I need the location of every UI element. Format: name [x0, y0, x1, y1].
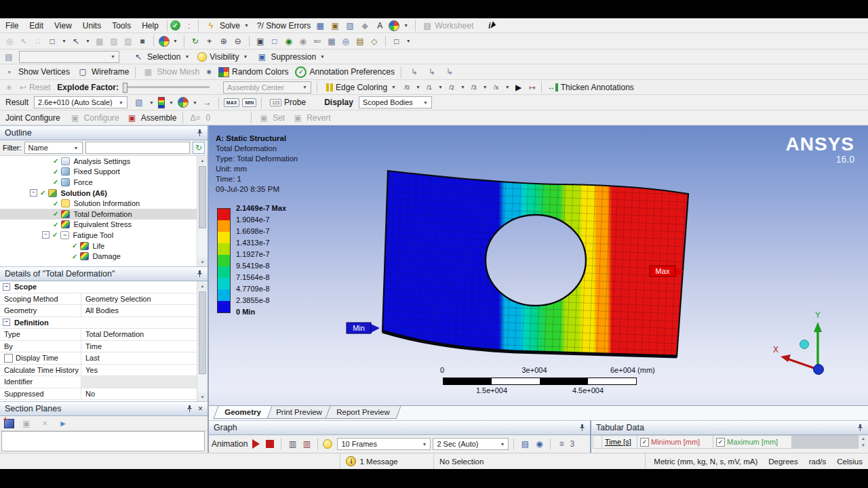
text-annotation-icon[interactable]: A: [374, 20, 386, 31]
scroll-down-icon[interactable]: ▼: [197, 258, 208, 266]
menu-file[interactable]: File: [0, 20, 24, 32]
magnifier-window-icon[interactable]: ◉: [283, 35, 295, 47]
explode-factor-slider[interactable]: [123, 86, 210, 88]
menu-units[interactable]: Units: [77, 20, 106, 32]
edge-direction-3-icon-dropdown[interactable]: ▼: [481, 85, 489, 89]
details-row-scoping-method[interactable]: Scoping MethodGeometry Selection: [0, 293, 197, 306]
tree-item-damage[interactable]: ✓Damage: [0, 251, 197, 262]
section-planes-list[interactable]: [1, 431, 205, 451]
iso-view-icon[interactable]: ISO: [311, 35, 323, 47]
minimum-checkbox[interactable]: ✓: [640, 438, 649, 447]
tree-item-fixed-support[interactable]: ✓Fixed Support: [0, 167, 197, 178]
edge-direction-x-icon-dropdown[interactable]: ▼: [504, 85, 511, 89]
reverse-z-axis-icon[interactable]: ↳: [443, 66, 456, 78]
selection-menu-button[interactable]: ↖ Selection ▼: [129, 49, 194, 64]
outline-scrollbar[interactable]: ▲ ▼: [197, 156, 208, 266]
chevron-down-icon[interactable]: ▼: [183, 54, 191, 59]
image-capture-icon-dropdown[interactable]: ▼: [402, 23, 410, 28]
tab-print-preview[interactable]: Print Preview: [264, 406, 333, 419]
geometry-cube-icon[interactable]: ▧: [133, 97, 145, 108]
contour-sphere-icon[interactable]: [178, 97, 189, 108]
reverse-x-axis-icon[interactable]: ↳: [408, 66, 420, 78]
expander-icon[interactable]: −: [3, 283, 10, 291]
edge-direction-3-icon[interactable]: /3: [468, 81, 480, 93]
details-row-suppressed[interactable]: SuppressedNo: [0, 388, 197, 401]
expander-icon[interactable]: −: [42, 231, 50, 239]
tab-geometry[interactable]: Geometry: [214, 406, 273, 419]
tabular-scroll[interactable]: ▲ ▼: [859, 435, 868, 449]
legend-contours-icon[interactable]: [158, 97, 165, 108]
contour-sphere-icon-dropdown[interactable]: ▼: [191, 100, 199, 105]
annotation-preferences-button[interactable]: ✓ Annotation Preferences: [292, 64, 397, 79]
edge-direction-0-icon[interactable]: /0: [401, 81, 413, 93]
zoom-out-icon[interactable]: ⊖: [232, 35, 244, 47]
viewports-icon-dropdown[interactable]: ▼: [405, 39, 412, 43]
property-value[interactable]: Last: [81, 352, 197, 364]
assemble-button[interactable]: ▣ Assemble: [123, 110, 180, 125]
details-row-display-time[interactable]: Display TimeLast: [0, 352, 197, 365]
named-selection-icon[interactable]: ▣: [329, 20, 341, 31]
pan-icon[interactable]: +: [203, 35, 216, 47]
tree-item-solution-information[interactable]: ✓Solution Information: [0, 198, 197, 209]
details-row-type[interactable]: TypeTotal Deformation: [0, 329, 197, 341]
model-canvas[interactable]: Max Min Y X: [209, 125, 868, 405]
tabular-col-maximum[interactable]: ✓ Maximum [mm]: [713, 435, 792, 449]
measure-edge-icon[interactable]: ↦: [526, 81, 538, 93]
legend-toggle-icon[interactable]: ▤: [354, 35, 366, 47]
export-video-icon[interactable]: ▤: [519, 439, 531, 450]
menu-help[interactable]: Help: [136, 20, 164, 32]
details-row-geometry[interactable]: GeometryAll Bodies: [0, 305, 197, 317]
tabular-col-time[interactable]: Time [s]: [602, 435, 637, 449]
details-row-calculate-time-history[interactable]: Calculate Time HistoryYes: [0, 365, 197, 377]
status-angular-velocity[interactable]: rad/s: [804, 453, 832, 469]
new-section-plane-icon[interactable]: [4, 419, 14, 428]
slider-handle[interactable]: [123, 83, 127, 93]
tree-item-life[interactable]: ✓Life: [0, 241, 197, 251]
maximum-checkbox[interactable]: ✓: [716, 438, 725, 447]
select-mode-icon[interactable]: □: [46, 35, 58, 47]
tree-item-equivalent-stress[interactable]: ✓Equivalent Stress: [0, 220, 197, 230]
edge-direction-2-icon-dropdown[interactable]: ▼: [459, 85, 467, 89]
previous-view-icon[interactable]: ◉: [297, 35, 309, 47]
visibility-menu-button[interactable]: Visibility ▼: [194, 49, 252, 64]
property-value[interactable]: Geometry Selection: [81, 293, 197, 305]
result-distribution-icon[interactable]: ▥: [286, 439, 298, 450]
details-row-by[interactable]: ByTime: [0, 341, 197, 353]
zoom-graph-icon[interactable]: ≡: [555, 439, 568, 450]
probe-button[interactable]: 123 Probe: [267, 95, 309, 110]
tree-item-fatigue-tool[interactable]: −✓~Fatigue Tool: [0, 230, 197, 241]
expander-icon[interactable]: −: [3, 319, 10, 326]
property-value[interactable]: Total Deformation: [81, 329, 197, 340]
assembly-center-dropdown[interactable]: Assembly Center ▼: [223, 81, 311, 94]
tree-item-total-deformation[interactable]: ✓Total Deformation: [0, 209, 197, 220]
status-angle[interactable]: Degrees: [763, 453, 803, 469]
image-capture-icon[interactable]: [389, 20, 399, 31]
chevron-down-icon[interactable]: ▼: [241, 54, 249, 59]
min-flag[interactable]: Min: [347, 323, 380, 333]
rotate-icon[interactable]: ↻: [189, 35, 201, 47]
property-value[interactable]: [81, 376, 197, 388]
figure-icon[interactable]: ▨: [344, 20, 356, 31]
extend-selection-icon-dropdown[interactable]: ▼: [172, 39, 179, 43]
result-bars-icon[interactable]: ▥: [300, 439, 313, 450]
chevron-down-icon[interactable]: ▼: [243, 23, 250, 28]
pin-icon[interactable]: [197, 129, 203, 136]
scroll-up-icon[interactable]: ▲: [197, 281, 208, 290]
filter-type-dropdown[interactable]: Name ▼: [24, 142, 83, 154]
tag-icon[interactable]: ◇: [368, 35, 380, 47]
edge-coloring-button[interactable]: Edge Coloring ▼: [323, 80, 401, 94]
play-icon[interactable]: [250, 439, 262, 450]
frames-dropdown[interactable]: 10 Frames▼: [337, 438, 431, 450]
pin-icon[interactable]: [197, 270, 203, 277]
show-min-button[interactable]: MIN: [242, 98, 256, 107]
geometry-cube-icon-dropdown[interactable]: ▼: [148, 100, 155, 105]
worksheet-hand-icon[interactable]: ▤: [421, 20, 433, 31]
vector-display-icon[interactable]: →: [201, 97, 214, 108]
edge-direction-0-icon-dropdown[interactable]: ▼: [414, 85, 422, 89]
property-value[interactable]: All Bodies: [81, 305, 197, 317]
tree-item-solution-a6[interactable]: −✓Solution (A6): [0, 188, 197, 199]
reverse-y-axis-icon[interactable]: ↳: [426, 66, 438, 78]
tab-report-preview[interactable]: Report Preview: [326, 406, 401, 419]
show-vertices-icon[interactable]: ▫: [3, 66, 16, 78]
scroll-down-icon[interactable]: ▼: [197, 392, 208, 401]
